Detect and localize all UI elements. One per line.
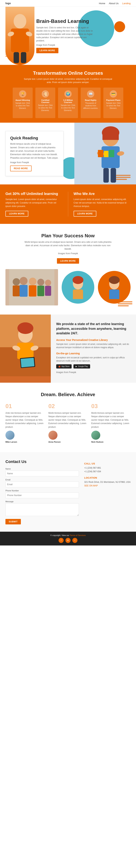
feature-icon-0: 🏆 xyxy=(19,90,26,98)
feature-title-2: 1.5 Million Courses xyxy=(60,99,76,103)
form-textarea-message[interactable] xyxy=(5,503,79,516)
googleplay-label: Google Play xyxy=(78,365,88,367)
plan-img-from: Images from Freepik xyxy=(23,252,113,255)
svg-rect-28 xyxy=(45,286,51,296)
svg-rect-1 xyxy=(11,29,29,52)
location-title: LOCATION xyxy=(84,476,131,479)
dream-text-1: Morbi tinctura semper laoreet orci. Nequ… xyxy=(48,411,88,429)
nav-logo: logo xyxy=(5,2,11,5)
dream-col-2: 03 Morbi tinctura semper laoreet orci. N… xyxy=(91,403,131,443)
svg-rect-5 xyxy=(21,52,26,63)
appstore-badge[interactable]: 🍎 App Store xyxy=(56,364,72,369)
dream-num-0: 01 xyxy=(5,403,45,409)
social-linkedin-icon[interactable]: in xyxy=(65,538,71,543)
form-input-email[interactable] xyxy=(5,482,79,487)
dream-avatar-2 xyxy=(91,431,100,440)
form-input-phone[interactable] xyxy=(5,492,79,498)
svg-rect-9 xyxy=(102,133,119,140)
dream-name-0: Mike Larson xyxy=(5,441,45,443)
dream-num-1: 02 xyxy=(48,403,88,409)
app-badges: 🍎 App Store ▶ Google Play xyxy=(56,364,131,369)
hero-learn-more-button[interactable]: LEARN MORE xyxy=(36,48,58,53)
plan-learn-more-button[interactable]: LEARN MORE xyxy=(57,258,79,264)
social-twitter-icon[interactable]: t xyxy=(72,538,77,543)
two-col-right-btn[interactable]: LEARN MORE xyxy=(74,211,97,217)
two-col-left-desc: Sample text. Lorem ipsum dolor sit amet,… xyxy=(5,198,63,208)
quick-reading-title: Quick Reading xyxy=(10,136,59,141)
plan-title: Plan Your Success Now xyxy=(5,233,131,239)
nav-link-landing[interactable]: Landing xyxy=(122,2,131,5)
svg-point-0 xyxy=(13,14,26,29)
provide-section2-title: On-the-go Learning xyxy=(56,352,131,355)
svg-rect-4 xyxy=(13,52,19,63)
feature-desc-2: Sample text. Click to select the Text El… xyxy=(60,104,76,112)
play-icon: ▶ xyxy=(76,365,77,367)
googleplay-badge[interactable]: ▶ Google Play xyxy=(73,364,90,369)
courses-section: Transformative Online Courses Sample tex… xyxy=(0,65,136,123)
two-col-section: Get 30% off Unlimited learning Sample te… xyxy=(0,184,136,224)
quick-reading-section: Quick Reading Morbi tempus iaculis urna … xyxy=(0,123,136,184)
feature-title-1: Certified Courses xyxy=(38,99,53,103)
phone-1: +1 (234) 567-891 xyxy=(84,466,131,470)
quick-reading-body: Morbi tempus iaculis urna id volutpat la… xyxy=(10,142,59,160)
hero-section: Brain-Based Learning Sample text. Click … xyxy=(0,7,136,65)
dream-num-2: 03 xyxy=(91,403,131,409)
quick-reading-img-from: Image from Freepik xyxy=(10,161,59,164)
feature-item-4: 💳 Payment Plans Sample text. Click to se… xyxy=(103,88,123,118)
hero-person-svg xyxy=(7,10,33,65)
feature-title-4: Payment Plans xyxy=(106,99,121,101)
svg-point-25 xyxy=(37,279,44,286)
see-on-map-link[interactable]: SEE ON MAP xyxy=(84,485,98,487)
provide-section2-desc: Excepteur sint occaecat cupidatat non pr… xyxy=(56,356,131,363)
feature-item-0: 🏆 Award Winning Sample text. Click to se… xyxy=(13,88,33,118)
dream-name-2: Nick Hudson xyxy=(91,441,131,443)
plan-group-svg xyxy=(5,269,58,305)
hero-orange-circle xyxy=(114,21,125,32)
plan-images-row xyxy=(5,269,131,305)
dream-text-0: Ante nisi tinctura semper laoreet orci. … xyxy=(5,411,45,429)
social-facebook-icon[interactable]: f xyxy=(59,538,64,543)
dream-col-0: 01 Ante nisi tinctura semper laoreet orc… xyxy=(5,403,45,443)
nav-links: Home About Us Landing xyxy=(99,2,131,5)
svg-rect-13 xyxy=(98,150,103,157)
svg-point-19 xyxy=(13,278,20,285)
courses-subtitle: Sample text. Lorem ipsum dolor sit amet,… xyxy=(23,78,113,84)
footer: © copyright. View our Terms of Services … xyxy=(0,532,136,546)
provide-section1-desc: Sample text. Lorem ipsum dolor sit amet,… xyxy=(56,342,131,349)
form-label-message: Message xyxy=(5,500,79,503)
svg-rect-16 xyxy=(103,168,109,183)
two-col-left-btn[interactable]: LEARN MORE xyxy=(5,211,28,217)
qr-wave-1 xyxy=(116,175,131,176)
contact-title: Contact Us xyxy=(5,459,79,464)
quick-reading-read-more-button[interactable]: READ MORE xyxy=(10,165,32,172)
provide-section1-title: Access Your Personalized Creative Librar… xyxy=(56,339,131,341)
feature-item-2: 🌍 1.5 Million Courses Sample text. Click… xyxy=(58,88,78,118)
svg-rect-17 xyxy=(111,168,116,183)
form-input-name[interactable] xyxy=(5,471,79,476)
hero-image-from: Image from Freepik xyxy=(36,43,94,47)
two-col-right-desc: Lorem ipsum dolor sit amet, consectetur … xyxy=(74,198,131,208)
provide-person-svg xyxy=(0,314,51,376)
footer-copyright: © copyright. View our xyxy=(50,534,69,536)
svg-rect-43 xyxy=(21,358,34,367)
footer-terms-link[interactable]: Terms of Services xyxy=(70,534,86,536)
qr-waves xyxy=(116,175,131,181)
call-us-title: CALL US xyxy=(84,462,131,465)
feature-title-3: Read Highly xyxy=(83,99,98,101)
hero-title: Brain-Based Learning xyxy=(36,18,94,24)
form-field-message: Message xyxy=(5,500,79,517)
contact-submit-button[interactable]: SUBMIT xyxy=(5,519,21,524)
dream-name-1: Anna Parson xyxy=(48,441,88,443)
contact-info: CALL US +1 (234) 567-891 +1 (234) 567-03… xyxy=(84,459,131,524)
two-col-left: Get 30% off Unlimited learning Sample te… xyxy=(5,192,63,217)
feature-desc-0: Sample text. Click to select the Text El… xyxy=(15,102,30,110)
plan-teal-svg xyxy=(66,276,90,299)
form-field-name: Name xyxy=(5,468,79,476)
svg-rect-14 xyxy=(104,151,108,157)
nav-link-home[interactable]: Home xyxy=(99,2,105,5)
nav-link-about[interactable]: About Us xyxy=(109,2,118,5)
svg-rect-24 xyxy=(29,285,36,297)
footer-social: f in t xyxy=(3,538,133,543)
form-field-phone: Phone Number xyxy=(5,490,79,498)
form-label-phone: Phone Number xyxy=(5,490,79,492)
